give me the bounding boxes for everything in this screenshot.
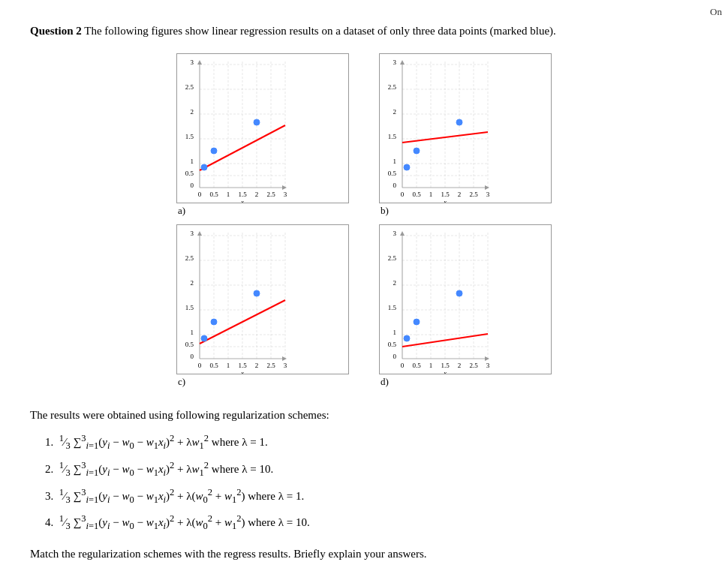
regularization-section: The results were obtained using followin… — [30, 404, 698, 565]
svg-point-107 — [254, 290, 260, 296]
svg-point-143 — [456, 290, 462, 296]
question-number: Question 2 — [30, 25, 82, 37]
graph-a-label: a) — [176, 205, 185, 217]
svg-text:2: 2 — [458, 362, 462, 369]
svg-text:0: 0 — [401, 191, 405, 198]
svg-text:2: 2 — [458, 191, 462, 198]
reg-item-4: 4. 1⁄3 ∑3i=1(yi − w0 − w1xi)2 + λ(w02 + … — [45, 510, 698, 536]
svg-text:1: 1 — [429, 191, 433, 198]
question-description: The following figures show linear regres… — [84, 25, 556, 37]
svg-text:1: 1 — [191, 329, 194, 336]
svg-text:2: 2 — [393, 108, 397, 116]
svg-text:2.5: 2.5 — [266, 362, 275, 369]
svg-text:0.5: 0.5 — [185, 341, 194, 348]
graph-d-label: d) — [379, 376, 389, 388]
svg-text:3: 3 — [486, 191, 490, 198]
svg-marker-31 — [282, 185, 287, 190]
svg-point-33 — [201, 164, 207, 170]
svg-text:0: 0 — [198, 362, 202, 369]
svg-text:1: 1 — [227, 362, 230, 369]
svg-point-35 — [254, 119, 260, 125]
svg-marker-103 — [282, 356, 287, 361]
svg-point-141 — [404, 335, 410, 341]
svg-text:2: 2 — [191, 279, 194, 287]
svg-text:3: 3 — [486, 362, 490, 369]
svg-point-106 — [211, 319, 217, 325]
svg-text:1.5: 1.5 — [441, 362, 450, 369]
svg-marker-102 — [197, 231, 202, 236]
svg-text:1.5: 1.5 — [388, 304, 397, 311]
svg-text:2: 2 — [255, 362, 259, 369]
svg-text:0: 0 — [401, 362, 405, 369]
svg-text:0.5: 0.5 — [185, 170, 194, 177]
svg-point-34 — [211, 148, 217, 154]
reg-intro: The results were obtained using followin… — [30, 404, 698, 426]
svg-text:x: x — [240, 198, 244, 203]
svg-text:1: 1 — [227, 191, 230, 198]
svg-text:1: 1 — [393, 329, 397, 336]
svg-text:3: 3 — [284, 191, 287, 198]
question-header: Question 2 The following figures show li… — [30, 23, 698, 40]
graphs-container: 3 2.5 2 1.5 1 0.5 0 0 0.5 1 1.5 2 2.5 3 … — [30, 53, 698, 388]
svg-point-70 — [414, 148, 420, 154]
reg-item-2: 2. 1⁄3 ∑3i=1(yi − w0 − w1xi)2 + λw12 whe… — [45, 457, 698, 482]
svg-text:2.5: 2.5 — [469, 362, 478, 369]
svg-marker-138 — [400, 231, 405, 236]
svg-text:x: x — [240, 369, 244, 374]
svg-text:1.5: 1.5 — [185, 133, 194, 140]
svg-text:2.5: 2.5 — [266, 191, 275, 198]
svg-text:0: 0 — [393, 182, 397, 189]
svg-text:0.5: 0.5 — [209, 362, 218, 369]
reg-list: 1. 1⁄3 ∑3i=1(yi − w0 − w1xi)2 + λw12 whe… — [30, 430, 698, 536]
svg-text:1.5: 1.5 — [388, 133, 397, 140]
on-badge: On — [710, 6, 722, 18]
svg-text:1.5: 1.5 — [185, 304, 194, 311]
svg-point-105 — [201, 335, 207, 341]
svg-text:2: 2 — [393, 279, 397, 287]
svg-text:1: 1 — [429, 362, 433, 369]
svg-text:2.5: 2.5 — [185, 254, 194, 262]
svg-text:0.5: 0.5 — [209, 191, 218, 198]
graph-d-wrap: 3 2.5 2 1.5 1 0.5 0 0 0.5 1 1.5 2 2.5 3 … — [379, 224, 552, 388]
svg-text:2: 2 — [255, 191, 259, 198]
svg-text:2.5: 2.5 — [469, 191, 478, 198]
svg-text:2.5: 2.5 — [185, 83, 194, 91]
svg-point-69 — [404, 164, 410, 170]
svg-text:0: 0 — [191, 353, 194, 360]
svg-text:0.5: 0.5 — [412, 362, 421, 369]
graph-d: 3 2.5 2 1.5 1 0.5 0 0 0.5 1 1.5 2 2.5 3 … — [379, 224, 552, 374]
svg-text:0: 0 — [191, 182, 194, 189]
svg-text:1.5: 1.5 — [238, 191, 247, 198]
svg-marker-139 — [485, 356, 489, 361]
svg-text:0.5: 0.5 — [412, 191, 421, 198]
svg-text:2.5: 2.5 — [388, 254, 397, 262]
svg-text:0.5: 0.5 — [388, 170, 397, 177]
graph-a: 3 2.5 2 1.5 1 0.5 0 0 0.5 1 1.5 2 2.5 3 … — [176, 53, 349, 203]
svg-text:1.5: 1.5 — [441, 191, 450, 198]
graphs-row-2: 3 2.5 2 1.5 1 0.5 0 0 0.5 1 1.5 2 2.5 3 … — [176, 224, 552, 388]
svg-text:0.5: 0.5 — [388, 341, 397, 348]
svg-text:2: 2 — [191, 108, 194, 116]
graph-c: 3 2.5 2 1.5 1 0.5 0 0 0.5 1 1.5 2 2.5 3 … — [176, 224, 349, 374]
graph-b: 3 2.5 2 1.5 1 0.5 0 0 0.5 1 1.5 2 2.5 3 … — [379, 53, 552, 203]
svg-text:0: 0 — [198, 191, 202, 198]
svg-text:1.5: 1.5 — [238, 362, 247, 369]
svg-text:x: x — [443, 198, 447, 203]
svg-marker-66 — [400, 60, 405, 65]
svg-point-142 — [414, 319, 420, 325]
graph-a-wrap: 3 2.5 2 1.5 1 0.5 0 0 0.5 1 1.5 2 2.5 3 … — [176, 53, 349, 217]
reg-item-3: 3. 1⁄3 ∑3i=1(yi − w0 − w1xi)2 + λ(w02 + … — [45, 484, 698, 509]
svg-text:3: 3 — [191, 230, 194, 237]
graph-c-label: c) — [176, 376, 185, 388]
svg-text:2.5: 2.5 — [388, 83, 397, 91]
graph-b-label: b) — [379, 205, 389, 217]
graphs-row-1: 3 2.5 2 1.5 1 0.5 0 0 0.5 1 1.5 2 2.5 3 … — [176, 53, 552, 217]
svg-text:0: 0 — [393, 353, 397, 360]
graph-b-wrap: 3 2.5 2 1.5 1 0.5 0 0 0.5 1 1.5 2 2.5 3 … — [379, 53, 552, 217]
svg-text:1: 1 — [191, 158, 194, 165]
graph-c-wrap: 3 2.5 2 1.5 1 0.5 0 0 0.5 1 1.5 2 2.5 3 … — [176, 224, 349, 388]
svg-marker-30 — [197, 60, 202, 65]
svg-text:3: 3 — [393, 230, 397, 237]
svg-marker-67 — [485, 185, 489, 190]
svg-text:3: 3 — [191, 59, 194, 66]
